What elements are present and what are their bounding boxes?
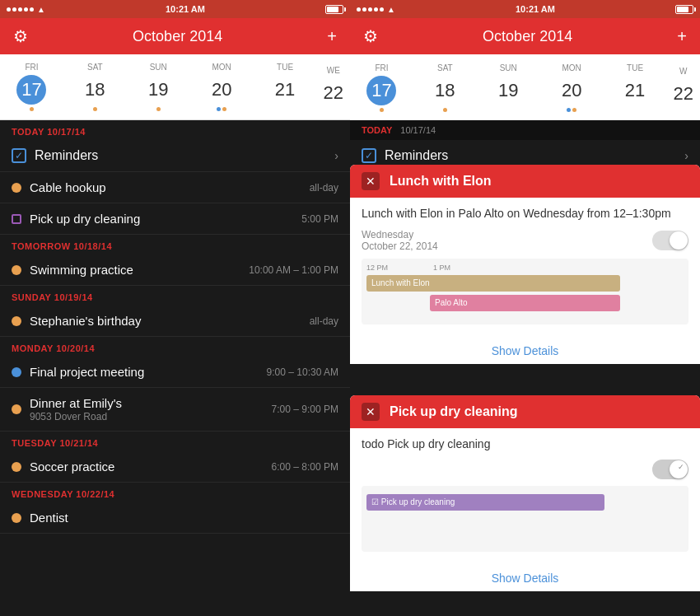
soccer-item[interactable]: Soccer practice 6:00 – 8:00 PM — [0, 451, 350, 483]
dry-cleaning-mini-event: ☑ Pick up dry cleaning — [366, 494, 604, 511]
dry-cleaning-show-details[interactable]: Show Details — [350, 565, 700, 591]
swimming-item[interactable]: Swimming practice 10:00 AM – 1:00 PM — [0, 254, 350, 286]
right-app-header: ⚙ October 2014 + — [350, 18, 700, 54]
day-num-tue: 21 — [270, 75, 300, 105]
lunch-date: Wednesday — [362, 229, 438, 240]
dot-5 — [30, 7, 34, 12]
right-status-bar: ▲ 10:21 AM — [350, 0, 700, 18]
lunch-close-icon: ✕ — [366, 175, 376, 188]
day-label-wed: WE — [327, 66, 340, 75]
day-dots-fri — [30, 107, 34, 111]
fri-dot-1 — [30, 107, 34, 111]
day-num-sun: 19 — [143, 75, 173, 105]
right-today-strip: TODAY 10/17/14 — [350, 120, 700, 140]
right-day-dots-fri — [380, 108, 384, 112]
right-time: 10:21 AM — [516, 4, 555, 14]
left-events-list: TODAY 10/17/14 ✓ Reminders › Cable hooku… — [0, 120, 350, 616]
dentist-content: Dentist — [30, 511, 338, 525]
cable-hookup-dot — [12, 183, 21, 193]
right-day-num-sat: 18 — [430, 76, 460, 105]
left-phone-panel: ▲ 10:21 AM ⚙ October 2014 + FRI 17 SAT 1… — [0, 0, 350, 616]
cable-hookup-title: Cable hookup — [30, 180, 310, 194]
lunch-close-button[interactable]: ✕ — [362, 172, 380, 190]
lunch-toggle-knob — [670, 231, 688, 250]
cal-day-wed[interactable]: WE 22 — [317, 54, 350, 119]
add-icon[interactable]: + — [327, 27, 337, 46]
day-label-mon: MON — [212, 63, 231, 72]
dinner-subtitle: 9053 Dover Road — [30, 411, 272, 422]
lunch-toggle[interactable] — [652, 231, 688, 250]
project-meeting-content: Final project meeting — [30, 365, 267, 379]
right-settings-icon[interactable]: ⚙ — [363, 26, 378, 46]
birthday-time: all-day — [310, 315, 338, 327]
day-label-sat: SAT — [87, 63, 103, 72]
dentist-item[interactable]: Dentist — [0, 502, 350, 534]
right-header-title: October 2014 — [483, 28, 572, 45]
cal-day-tue[interactable]: TUE 21 — [254, 54, 317, 119]
reminders-item[interactable]: ✓ Reminders › — [0, 140, 350, 172]
right-cal-day-sun[interactable]: SUN 19 — [477, 54, 540, 120]
r-dot-2 — [362, 7, 366, 12]
lunch-show-details[interactable]: Show Details — [350, 338, 700, 364]
cal-day-sun[interactable]: SUN 19 — [127, 54, 190, 119]
settings-icon[interactable]: ⚙ — [13, 26, 28, 46]
soccer-content: Soccer practice — [30, 460, 272, 474]
birthday-content: Stephanie's birthday — [30, 314, 310, 328]
dry-cleaning-card-body: todo Pick up dry cleaning ✓ ☑ Pick up dr… — [350, 428, 700, 565]
dry-cleaning-card-title: Pick up dry cleaning — [390, 404, 518, 419]
r-mon-dot-1 — [567, 108, 571, 112]
cal-day-sat[interactable]: SAT 18 — [63, 54, 127, 119]
today-date: 10/17/14 — [400, 125, 436, 135]
r-dot-3 — [368, 7, 372, 12]
dot-3 — [18, 7, 22, 12]
dinner-item[interactable]: Dinner at Emily's 9053 Dover Road 7:00 –… — [0, 388, 350, 432]
day-dots-sun — [156, 107, 161, 111]
day-label-fri: FRI — [25, 63, 38, 72]
dry-cleaning-toggle[interactable]: ✓ — [652, 460, 688, 479]
day-label-tue: TUE — [277, 63, 293, 72]
right-cal-day-wed[interactable]: W 22 — [667, 54, 700, 120]
cal-day-mon[interactable]: MON 20 — [190, 54, 254, 119]
dinner-dot — [12, 404, 21, 414]
right-cal-day-sat[interactable]: SAT 18 — [413, 54, 477, 120]
dentist-title: Dentist — [30, 511, 338, 525]
r-dot-1 — [357, 7, 361, 12]
signal-dots — [7, 7, 34, 12]
project-meeting-item[interactable]: Final project meeting 9:00 – 10:30 AM — [0, 357, 350, 388]
section-wednesday: WEDNESDAY 10/22/14 — [0, 483, 350, 502]
right-phone-panel: ▲ 10:21 AM ⚙ October 2014 + FRI 17 SAT 1… — [350, 0, 700, 616]
lunch-mini-event-2: Palo Alto — [430, 295, 620, 311]
dry-cleaning-close-button[interactable]: ✕ — [362, 403, 380, 421]
soccer-dot — [12, 462, 21, 472]
sun-dot-1 — [156, 107, 161, 111]
cable-hookup-time: all-day — [310, 182, 338, 194]
cable-hookup-item[interactable]: Cable hookup all-day — [0, 172, 350, 203]
birthday-item[interactable]: Stephanie's birthday all-day — [0, 306, 350, 337]
right-reminders-chevron: › — [684, 149, 688, 162]
dry-cleaning-card-header: ✕ Pick up dry cleaning — [350, 395, 700, 428]
day-num-fri: 17 — [16, 75, 46, 105]
dot-2 — [12, 7, 16, 12]
right-reminders-label: Reminders — [385, 148, 448, 163]
dry-cleaning-mini-calendar: ☑ Pick up dry cleaning — [362, 486, 688, 552]
dinner-content: Dinner at Emily's 9053 Dover Road — [30, 396, 272, 422]
lunch-card-title: Lunch with Elon — [390, 174, 492, 189]
lunch-date-row: Wednesday October 22, 2014 — [362, 229, 688, 252]
right-add-icon[interactable]: + — [677, 27, 687, 46]
right-cal-day-tue[interactable]: TUE 21 — [604, 54, 667, 120]
battery-fill — [327, 7, 338, 12]
battery-icon — [325, 5, 343, 14]
dry-cleaning-description: todo Pick up dry cleaning — [362, 436, 688, 453]
right-day-num-fri: 17 — [366, 76, 396, 105]
lunch-date-info: Wednesday October 22, 2014 — [362, 229, 438, 252]
stacked-cards: ✕ Lunch with Elon Lunch with Elon in Pal… — [350, 165, 700, 616]
soccer-title: Soccer practice — [30, 460, 272, 474]
dry-cleaning-item[interactable]: Pick up dry cleaning 5:00 PM — [0, 203, 350, 235]
cal-day-fri[interactable]: FRI 17 — [0, 54, 63, 119]
r-mon-dot-2 — [572, 108, 576, 112]
section-sunday: SUNDAY 10/19/14 — [0, 286, 350, 306]
day-num-sat: 18 — [80, 75, 110, 105]
right-cal-day-fri[interactable]: FRI 17 — [350, 54, 413, 120]
r-fri-dot — [380, 108, 384, 112]
right-cal-day-mon[interactable]: MON 20 — [540, 54, 604, 120]
